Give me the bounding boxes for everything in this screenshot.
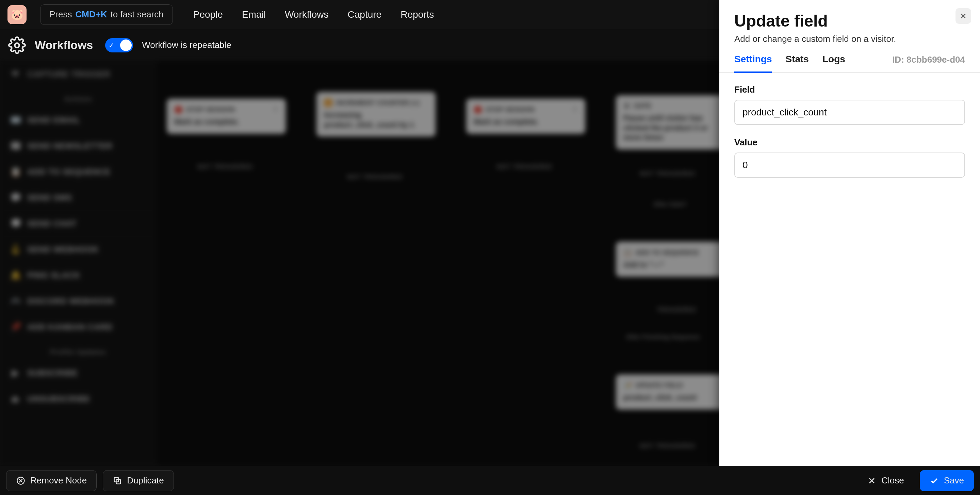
field-input[interactable] xyxy=(734,100,965,125)
drawer-tabs: Settings Stats Logs ID: 8cbb699e-d04 xyxy=(719,44,980,73)
webhook-icon: 🪝 xyxy=(10,244,21,255)
stop-icon: 🛑 xyxy=(174,105,183,114)
repeatable-switch[interactable]: ✓ xyxy=(105,38,133,53)
node-title: STOP SESSION xyxy=(186,106,235,113)
app-logo[interactable]: 🐷 xyxy=(8,5,27,24)
sidebar-item-add-kanban[interactable]: 📌 ADD KANBAN CARD xyxy=(0,314,156,340)
sidebar-section-profile: Profile Updates xyxy=(0,340,156,360)
discord-icon: 🎮 xyxy=(10,296,21,306)
search-prompt[interactable]: Press CMD+K to fast search xyxy=(40,5,173,25)
nav-email[interactable]: Email xyxy=(242,9,266,20)
edge-label: TRIGGERED xyxy=(657,306,696,314)
node-title: GATE xyxy=(634,102,652,110)
increment-icon: 🔼 xyxy=(324,99,333,107)
node-stop-session-1[interactable]: 🛑 STOP SESSION ⠿ Mark as complete. xyxy=(167,99,286,134)
edge-label: NOT TRIGGERED xyxy=(640,442,695,450)
sidebar-item-send-sms[interactable]: 💬 SEND SMS xyxy=(0,185,156,211)
node-update-field[interactable]: 📝 UPDATE FIELD product_click_count xyxy=(616,374,728,409)
value-group: Value xyxy=(734,137,965,178)
node-increment-counter[interactable]: 🔼 INCREMENT COUNTER (+) Increasing produ… xyxy=(317,92,436,137)
remove-icon xyxy=(16,476,25,485)
repeatable-label: Workflow is repeatable xyxy=(142,40,231,50)
sidebar-item-label: SEND NEWSLETTER xyxy=(27,141,113,151)
close-icon xyxy=(867,476,877,485)
duplicate-icon xyxy=(113,476,122,485)
drag-icon[interactable]: ⠿ xyxy=(572,105,578,114)
sidebar-item-label: DISCORD WEBHOOK xyxy=(27,296,115,306)
sidebar-item-unsubscribe[interactable]: ⏏ UNSUBSCRIBE xyxy=(0,386,156,412)
value-input[interactable] xyxy=(734,153,965,178)
mail-icon: ✉️ xyxy=(10,115,21,125)
field-label: Field xyxy=(734,84,965,95)
drawer-subtitle: Add or change a custom field on a visito… xyxy=(734,34,965,44)
search-prefix: Press xyxy=(49,9,72,20)
node-body: Mark as complete. xyxy=(174,117,278,127)
sidebar-item-label: ADD KANBAN CARD xyxy=(27,322,113,332)
drawer-close-button[interactable] xyxy=(956,8,971,24)
gate-icon: ⏸ xyxy=(624,102,630,110)
sequence-icon: 📋 xyxy=(624,248,632,257)
duplicate-label: Duplicate xyxy=(127,475,164,486)
nav-capture[interactable]: Capture xyxy=(348,9,382,20)
sidebar-item-subscribe[interactable]: ▶ SUBSCRIBE xyxy=(0,360,156,386)
node-gate[interactable]: ⏸ GATE Pause until visitor has clicked t… xyxy=(616,95,728,150)
subscribe-icon: ▶ xyxy=(10,368,21,378)
node-title: INCREMENT COUNTER (+) xyxy=(336,99,420,107)
nav-workflows[interactable]: Workflows xyxy=(285,9,329,20)
drawer-id: ID: 8cbb699e-d04 xyxy=(892,54,965,72)
sidebar-item-send-newsletter[interactable]: 📰 SEND NEWSLETTER xyxy=(0,133,156,159)
field-group: Field xyxy=(734,84,965,125)
edge-note: After Gate? xyxy=(653,201,687,208)
unsubscribe-icon: ⏏ xyxy=(10,393,21,404)
sidebar-item-label: SEND CHAT xyxy=(27,219,76,228)
drawer-header: Update field Add or change a custom fiel… xyxy=(719,0,980,44)
sms-icon: 💬 xyxy=(10,193,21,203)
tab-stats[interactable]: Stats xyxy=(785,54,808,73)
tab-logs[interactable]: Logs xyxy=(822,54,845,73)
nav-reports[interactable]: Reports xyxy=(401,9,434,20)
sidebar-trigger[interactable]: ❤ CAPTURE TRIGGER xyxy=(0,61,156,87)
sidebar-item-add-to-sequence[interactable]: 📋 ADD TO SEQUENCE xyxy=(0,159,156,185)
check-icon: ✓ xyxy=(108,41,115,49)
drawer-id-prefix: ID: xyxy=(892,54,907,65)
node-stop-session-2[interactable]: 🛑 STOP SESSION ⠿ Mark as complete. xyxy=(466,99,585,134)
node-body: Mark as complete. xyxy=(474,117,578,127)
sidebar-item-ping-slack[interactable]: 🔔 PING SLACK xyxy=(0,263,156,288)
edge-label: NOT TRIGGERED xyxy=(640,170,695,177)
sidebar-item-send-email[interactable]: ✉️ SEND EMAIL xyxy=(0,107,156,133)
sidebar-item-label: SEND WEBHOOK xyxy=(27,245,99,254)
nav-people[interactable]: People xyxy=(193,9,223,20)
search-kbd: CMD+K xyxy=(75,9,107,20)
newsletter-icon: 📰 xyxy=(10,141,21,151)
sidebar-item-label: SEND SMS xyxy=(27,193,72,202)
top-nav: People Email Workflows Capture Reports xyxy=(193,9,434,20)
sidebar-item-label: PING SLACK xyxy=(27,271,80,280)
sidebar-item-discord-webhook[interactable]: 🎮 DISCORD WEBHOOK xyxy=(0,288,156,314)
edge-label: NOT TRIGGERED xyxy=(497,163,552,170)
stop-icon: 🛑 xyxy=(474,105,482,114)
sidebar-item-send-webhook[interactable]: 🪝 SEND WEBHOOK xyxy=(0,237,156,263)
save-label: Save xyxy=(944,475,964,486)
update-icon: 📝 xyxy=(624,381,632,390)
sidebar-section-actions: Actions xyxy=(0,87,156,107)
save-button[interactable]: Save xyxy=(920,470,974,491)
node-body: product_click_count xyxy=(624,393,721,403)
sidebar-trigger-label: CAPTURE TRIGGER xyxy=(27,70,110,79)
close-button[interactable]: Close xyxy=(858,470,913,491)
node-add-to-sequence[interactable]: 📋 ADD TO SEQUENCE Add to "—" xyxy=(616,242,728,277)
kanban-icon: 📌 xyxy=(10,322,21,332)
sidebar-item-label: SUBSCRIBE xyxy=(27,368,78,378)
sidebar-item-label: UNSUBSCRIBE xyxy=(27,394,90,404)
tab-settings[interactable]: Settings xyxy=(734,54,772,73)
node-body: Increasing product_click_count by 1 xyxy=(324,110,428,130)
edge-label: NOT TRIGGERED xyxy=(347,173,402,181)
slack-icon: 🔔 xyxy=(10,270,21,280)
actions-sidebar: ❤ CAPTURE TRIGGER Actions ✉️ SEND EMAIL … xyxy=(0,61,156,466)
duplicate-button[interactable]: Duplicate xyxy=(103,470,173,491)
heart-icon: ❤ xyxy=(10,69,21,79)
drawer-title: Update field xyxy=(734,11,965,30)
sidebar-item-send-chat[interactable]: 💭 SEND CHAT xyxy=(0,211,156,237)
remove-node-button[interactable]: Remove Node xyxy=(6,470,97,491)
search-suffix: to fast search xyxy=(111,9,164,20)
drag-icon[interactable]: ⠿ xyxy=(273,105,278,114)
